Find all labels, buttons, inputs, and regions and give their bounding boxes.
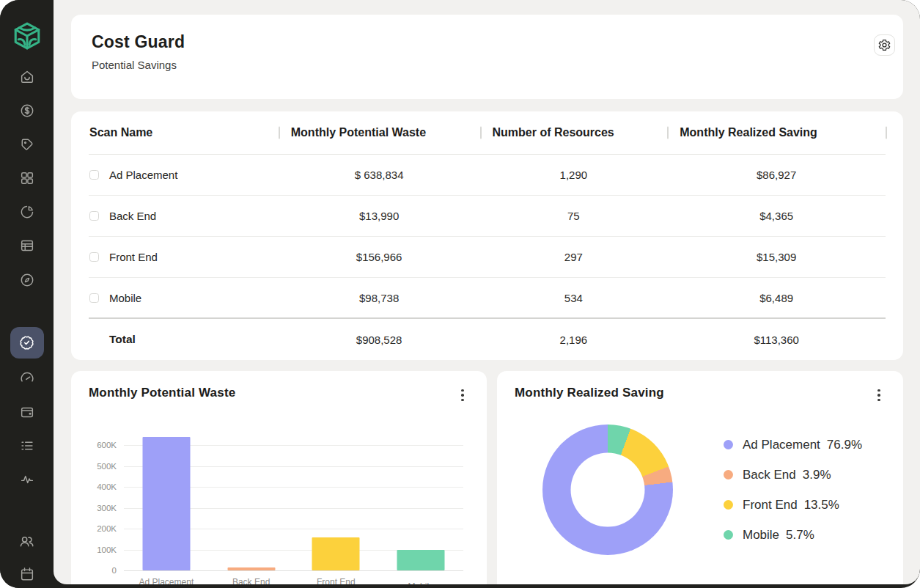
page-subtitle: Potential Savings bbox=[92, 59, 883, 71]
charts-row: Monthly Potential Waste 0100K200K300K400… bbox=[71, 371, 903, 584]
sidebar-item-apps[interactable] bbox=[10, 163, 44, 192]
table-row: Mobile$98,738534$6,489 bbox=[89, 278, 886, 319]
legend-label: Ad Placement bbox=[743, 438, 820, 452]
y-axis-tick: 100K bbox=[89, 545, 117, 554]
x-axis-label: Mobile bbox=[378, 581, 463, 584]
waste-value: $ 638,834 bbox=[279, 169, 480, 181]
x-axis-label: Back End bbox=[209, 577, 294, 584]
bar-back-end bbox=[227, 567, 275, 570]
bar-ad-placement bbox=[142, 437, 190, 570]
page-title: Cost Guard bbox=[92, 32, 883, 52]
sidebar-item-activity[interactable] bbox=[10, 466, 44, 494]
gear-icon bbox=[877, 38, 891, 52]
table-row: Front End$156,966297$15,309 bbox=[89, 237, 886, 278]
activity-icon bbox=[19, 471, 35, 488]
legend-item[interactable]: Front End13.5% bbox=[724, 498, 862, 512]
users-icon bbox=[18, 533, 35, 550]
row-checkbox[interactable] bbox=[89, 252, 99, 262]
kebab-menu-icon[interactable] bbox=[872, 387, 886, 403]
row-checkbox[interactable] bbox=[89, 211, 99, 221]
sidebar-item-dashboard[interactable] bbox=[10, 364, 44, 392]
donut-chart-card: Monthly Realized Saving Ad Placement76.9… bbox=[497, 371, 903, 584]
sidebar-item-explore[interactable] bbox=[10, 265, 44, 294]
sidebar-item-reports[interactable] bbox=[10, 198, 44, 227]
y-axis-tick: 600K bbox=[89, 441, 117, 449]
calendar-icon bbox=[19, 566, 35, 582]
x-axis-label: Front End bbox=[294, 577, 379, 584]
total-waste-value: $908,528 bbox=[279, 334, 480, 346]
donut-hole bbox=[571, 453, 645, 527]
donut-chart-area: Ad Placement76.9%Back End3.9%Front End13… bbox=[515, 425, 886, 555]
legend-dot bbox=[724, 500, 733, 510]
total-saving-value: $113,360 bbox=[667, 334, 886, 346]
legend-percent: 3.9% bbox=[803, 468, 831, 482]
legend-item[interactable]: Ad Placement76.9% bbox=[724, 438, 862, 452]
row-checkbox[interactable] bbox=[89, 293, 99, 303]
scan-name: Ad Placement bbox=[109, 169, 177, 181]
row-checkbox[interactable] bbox=[89, 170, 99, 180]
sidebar-item-cost-guard[interactable] bbox=[10, 327, 44, 359]
column-header-number-of-resources: Number of Resources bbox=[480, 126, 668, 139]
legend-dot bbox=[724, 470, 733, 479]
legend-percent: 13.5% bbox=[804, 498, 839, 512]
cube-leaf-logo[interactable] bbox=[10, 19, 45, 54]
saving-value: $4,365 bbox=[667, 210, 886, 222]
donut-ring bbox=[542, 425, 673, 555]
sidebar-item-billing[interactable] bbox=[10, 397, 44, 426]
bar-chart-plot: 0100K200K300K400K500K600KAd PlacementBac… bbox=[124, 446, 463, 571]
page-header-card: Cost Guard Potential Savings bbox=[71, 15, 903, 99]
sidebar-item-users[interactable] bbox=[10, 527, 44, 556]
bar-front-end bbox=[312, 537, 360, 570]
table-header-row: Scan Name Monthly Potential Waste Number… bbox=[89, 111, 886, 155]
table-icon bbox=[19, 238, 35, 254]
kebab-menu-icon[interactable] bbox=[456, 387, 469, 403]
sidebar-item-tags[interactable] bbox=[10, 130, 44, 158]
resources-value: 534 bbox=[480, 292, 668, 304]
legend-dot bbox=[724, 530, 733, 540]
sidebar bbox=[0, 0, 54, 588]
scan-name: Front End bbox=[109, 251, 158, 263]
sidebar-item-costs[interactable] bbox=[10, 96, 44, 125]
home-icon bbox=[19, 69, 35, 85]
sidebar-item-datasets[interactable] bbox=[10, 232, 44, 260]
waste-value: $13,990 bbox=[279, 210, 480, 222]
legend-label: Mobile bbox=[743, 528, 779, 543]
x-axis-label: Ad Placement bbox=[124, 577, 209, 584]
y-axis-tick: 0 bbox=[89, 566, 117, 575]
sidebar-item-logs[interactable] bbox=[10, 431, 44, 460]
resources-value: 75 bbox=[480, 210, 668, 222]
resources-value: 297 bbox=[480, 251, 668, 263]
column-header-monthly-potential-waste: Monthly Potential Waste bbox=[279, 126, 480, 139]
pie-chart-icon bbox=[19, 204, 35, 220]
column-header-scan-name: Scan Name bbox=[89, 126, 279, 139]
bar-chart-title: Monthly Potential Waste bbox=[89, 386, 235, 400]
bar-chart-card: Monthly Potential Waste 0100K200K300K400… bbox=[71, 371, 487, 584]
legend-dot bbox=[724, 440, 733, 449]
wallet-icon bbox=[19, 404, 35, 420]
main-content: Cost Guard Potential Savings Scan Name M… bbox=[54, 0, 920, 584]
legend-item[interactable]: Mobile5.7% bbox=[724, 528, 862, 543]
donut-chart-title: Monthly Realized Saving bbox=[515, 386, 664, 400]
total-label: Total bbox=[89, 333, 279, 346]
y-axis-tick: 300K bbox=[89, 504, 117, 512]
sidebar-item-home[interactable] bbox=[10, 62, 44, 91]
y-axis-tick: 500K bbox=[89, 462, 117, 471]
column-header-monthly-realized-saving: Monthly Realized Saving bbox=[667, 126, 886, 139]
legend-percent: 5.7% bbox=[786, 528, 814, 543]
sidebar-item-schedule[interactable] bbox=[10, 559, 44, 588]
legend-label: Front End bbox=[743, 498, 798, 512]
settings-button[interactable] bbox=[874, 34, 895, 56]
scan-name: Back End bbox=[109, 210, 156, 222]
y-axis-tick: 200K bbox=[89, 524, 117, 533]
legend-item[interactable]: Back End3.9% bbox=[724, 468, 862, 482]
saving-value: $15,309 bbox=[667, 251, 886, 263]
tag-icon bbox=[19, 136, 35, 152]
compass-icon bbox=[19, 272, 35, 288]
table-row: Ad Placement$ 638,8341,290$86,927 bbox=[89, 155, 886, 196]
saving-value: $6,489 bbox=[667, 292, 886, 304]
waste-value: $156,966 bbox=[279, 251, 480, 263]
donut-legend: Ad Placement76.9%Back End3.9%Front End13… bbox=[724, 438, 862, 543]
legend-label: Back End bbox=[743, 468, 796, 482]
scans-table-card: Scan Name Monthly Potential Waste Number… bbox=[71, 111, 903, 360]
table-total-row: Total $908,528 2,196 $113,360 bbox=[89, 319, 886, 360]
